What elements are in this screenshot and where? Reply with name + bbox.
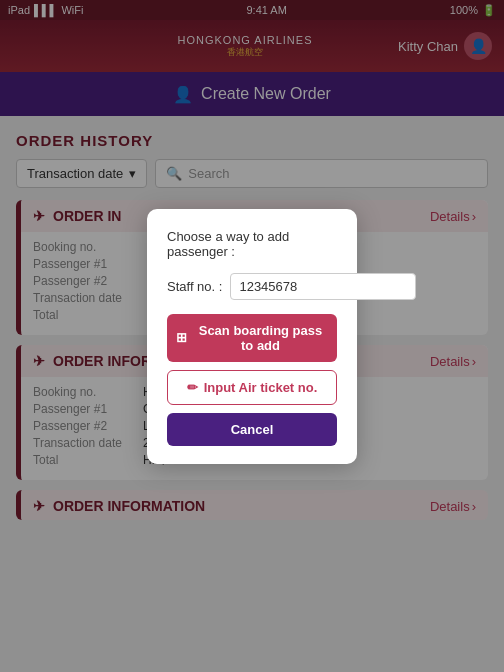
cancel-btn-label: Cancel (231, 422, 274, 437)
input-air-ticket-button[interactable]: ✏ Input Air ticket no. (167, 370, 337, 405)
add-passenger-modal: Choose a way to add passenger : Staff no… (147, 209, 357, 464)
cancel-button[interactable]: Cancel (167, 413, 337, 446)
scan-icon: ⊞ (176, 330, 187, 345)
modal-title: Choose a way to add passenger : (167, 229, 337, 259)
ticket-icon: ✏ (187, 380, 198, 395)
modal-overlay: Choose a way to add passenger : Staff no… (0, 0, 504, 672)
ticket-btn-label: Input Air ticket no. (204, 380, 318, 395)
scan-boarding-pass-button[interactable]: ⊞ Scan boarding pass to add (167, 314, 337, 362)
staff-no-row: Staff no. : (167, 273, 337, 300)
staff-no-label: Staff no. : (167, 279, 222, 294)
staff-no-input[interactable] (230, 273, 416, 300)
scan-btn-label: Scan boarding pass to add (193, 323, 328, 353)
